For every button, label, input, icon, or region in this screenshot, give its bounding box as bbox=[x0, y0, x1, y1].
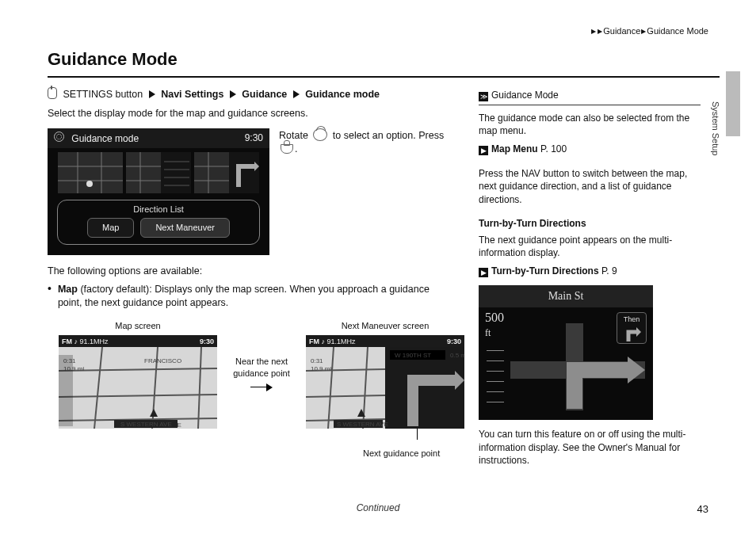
instr-c: . bbox=[295, 143, 297, 154]
nav-step-3: Guidance mode bbox=[305, 89, 380, 100]
map-screen-figure: FM ♪ 91.1MHz 9:30 0:3110.9 mi FRANCISCO … bbox=[59, 335, 217, 429]
svg-text:S WESTERN AVE: S WESTERN AVE bbox=[337, 421, 388, 428]
sidebar-p1: The guidance mode can also be selected f… bbox=[479, 112, 701, 138]
press-knob-icon bbox=[281, 144, 293, 154]
nav-path-prefix: SETTINGS button bbox=[63, 89, 143, 100]
triangle-icon: ▶ bbox=[641, 27, 646, 36]
intersection-arrow-icon bbox=[510, 323, 645, 410]
triangle-icon bbox=[293, 90, 300, 98]
nav-path: SETTINGS button Navi Settings Guidance G… bbox=[48, 87, 452, 101]
sidebar-link-2: ▶Turn-by-Turn Directions P. 9 bbox=[479, 265, 701, 278]
svg-text:FRANCISCO: FRANCISCO bbox=[144, 357, 181, 364]
nav-step-2: Guidance bbox=[242, 89, 287, 100]
svg-marker-56 bbox=[628, 357, 645, 383]
option-name: Map bbox=[58, 284, 78, 295]
crumb-1: Guidance bbox=[603, 26, 640, 36]
link2-page: P. 9 bbox=[601, 265, 617, 277]
svg-rect-0 bbox=[58, 152, 123, 193]
guidance-mode-screenshot: Guidance mode 9:30 bbox=[48, 128, 269, 255]
mini-label-right: Next Maneuver screen bbox=[342, 320, 430, 332]
svg-rect-35 bbox=[59, 355, 73, 426]
option-qual: (factory default): bbox=[78, 284, 155, 295]
map-thumb-1 bbox=[58, 152, 123, 193]
distance-unit: ft bbox=[485, 327, 491, 338]
option-capsule: Direction List Map Next Maneuver bbox=[57, 200, 260, 244]
svg-rect-16 bbox=[229, 152, 259, 193]
bar-fm: FM bbox=[309, 338, 319, 345]
manual-page: ▶▶Guidance▶Guidance Mode System Setup Gu… bbox=[0, 0, 756, 534]
link1-page: P. 100 bbox=[540, 143, 567, 154]
lead-text: Select the display mode for the map and … bbox=[48, 107, 452, 120]
svg-text:10.9 mi: 10.9 mi bbox=[311, 365, 331, 372]
nav-step-1: Navi Settings bbox=[161, 89, 223, 100]
fig-clock: 9:30 bbox=[245, 132, 263, 145]
triangle-icon bbox=[230, 90, 236, 98]
sidebar-heading-text: Guidance Mode bbox=[491, 90, 559, 101]
mini-label-left: Map screen bbox=[115, 320, 160, 332]
bar-clock: 9:30 bbox=[200, 337, 214, 346]
next-guidance-point-caption: Next guidance point bbox=[363, 448, 452, 460]
footer-continued: Continued bbox=[0, 502, 756, 515]
next-maneuver-option-button[interactable]: Next Maneuver bbox=[140, 218, 230, 238]
fig-title-text: Guidance mode bbox=[71, 133, 139, 144]
map-option-button[interactable]: Map bbox=[87, 218, 134, 238]
arrow-icon bbox=[250, 383, 273, 392]
main-st-figure: Main St 500 ft Then bbox=[479, 285, 653, 420]
link2-label: Turn-by-Turn Directions bbox=[491, 265, 599, 277]
next-maneuver-figure: FM ♪ 91.1MHz 9:30 0:3110.9 mi S WESTERN … bbox=[306, 335, 464, 429]
svg-text:0:31: 0:31 bbox=[311, 357, 323, 364]
page-title: Guidance Mode bbox=[48, 48, 720, 78]
bar-freq: 91.1MHz bbox=[327, 338, 356, 345]
svg-text:S WESTERN AVE: S WESTERN AVE bbox=[120, 421, 172, 428]
svg-text:W 190TH ST: W 190TH ST bbox=[395, 352, 431, 359]
sidebar-p4: You can turn this feature on or off usin… bbox=[479, 428, 701, 467]
turn-by-turn-heading: Turn-by-Turn Directions bbox=[479, 217, 701, 231]
mini-statusbar: FM ♪ 91.1MHz 9:30 bbox=[306, 335, 464, 348]
mini-statusbar: FM ♪ 91.1MHz 9:30 bbox=[59, 335, 217, 348]
mouse-icon bbox=[48, 87, 57, 99]
enter-icon: ≫ bbox=[479, 92, 488, 101]
bar-fm: FM bbox=[62, 338, 72, 345]
then-label: Then bbox=[624, 315, 640, 323]
sidebar-column: ≫Guidance Mode The guidance mode can als… bbox=[479, 87, 701, 472]
svg-rect-21 bbox=[59, 347, 217, 429]
sidebar-heading: ≫Guidance Mode bbox=[479, 89, 701, 105]
near-caption: Near the next guidance point bbox=[225, 356, 298, 380]
bar-freq: 91.1MHz bbox=[80, 338, 109, 345]
sidebar-p3: The next guidance point appears on the m… bbox=[479, 234, 701, 260]
page-number: 43 bbox=[697, 502, 708, 517]
map-thumb-2 bbox=[126, 152, 191, 193]
option-map-text: Map (factory default): Displays only the… bbox=[58, 283, 452, 311]
triangle-icon: ▶ bbox=[591, 27, 596, 36]
link1-label: Map Menu bbox=[491, 143, 538, 154]
map-thumb-3 bbox=[194, 152, 259, 193]
option-map-bullet: • Map (factory default): Displays only t… bbox=[48, 283, 452, 311]
rotate-instruction: Rotate to select an option. Press . bbox=[279, 128, 452, 157]
sidebar-p2: Press the NAV button to switch between t… bbox=[479, 167, 701, 207]
instr-b: to select an option. Press bbox=[330, 130, 444, 141]
distance-number: 500 bbox=[485, 311, 504, 324]
breadcrumb: ▶▶Guidance▶Guidance Mode bbox=[590, 25, 708, 37]
bar-clock: 9:30 bbox=[447, 337, 461, 346]
section-tab-label: System Setup bbox=[709, 101, 721, 155]
bullet-dot: • bbox=[48, 283, 52, 311]
svg-text:0.5 mi: 0.5 mi bbox=[450, 352, 464, 359]
sidebar-link-1: ▶Map Menu P. 100 bbox=[479, 143, 701, 156]
instr-a: Rotate bbox=[279, 130, 311, 141]
rotate-dial-icon bbox=[313, 128, 327, 141]
main-column: SETTINGS button Navi Settings Guidance G… bbox=[48, 87, 452, 472]
triangle-icon bbox=[149, 90, 155, 98]
triangle-icon: ▶ bbox=[598, 27, 602, 36]
svg-rect-7 bbox=[161, 152, 191, 193]
fig-title: Guidance mode bbox=[54, 132, 139, 146]
link-icon: ▶ bbox=[479, 268, 488, 277]
following-text: The following options are available: bbox=[48, 265, 452, 278]
gear-icon bbox=[54, 132, 64, 142]
crumb-2: Guidance Mode bbox=[647, 26, 708, 36]
distance-readout: 500 ft bbox=[485, 311, 504, 338]
link-icon: ▶ bbox=[479, 146, 488, 155]
capsule-heading: Direction List bbox=[63, 204, 254, 217]
map-compare-row: Map screen FM ♪ 91.1MHz 9:30 0:3110.9 mi… bbox=[59, 320, 452, 429]
svg-point-5 bbox=[86, 181, 93, 187]
thumb-tab bbox=[726, 71, 740, 136]
